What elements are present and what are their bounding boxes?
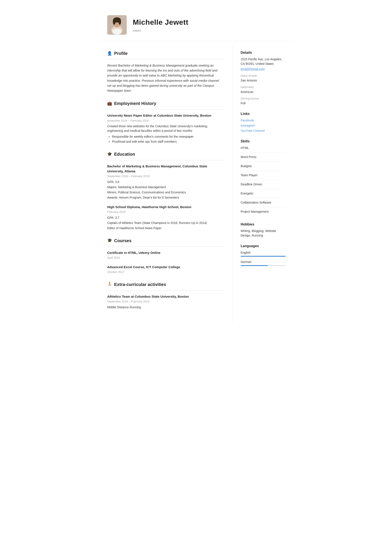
details-address: 1515 Pacific Ave, Los Angeles, CA 90291,… [241,57,286,66]
profile-section: 👤 Profile Recent Bachelor of Marketing &… [107,50,224,93]
profile-text: Recent Bachelor of Marketing & Business … [107,63,224,93]
employment-entry-0-desc: Created three new websites for the Colum… [107,124,224,133]
link-instagram[interactable]: Instragram [241,123,286,128]
extracurricular-entry-0-activity: Middle Distance Running [107,305,224,310]
links-section: Links Facebook Instragram YouTube Channe… [241,111,286,133]
language-german-name: German [241,260,286,264]
hobbies-section-title: Hobbies [241,222,286,227]
skill-budgets: Budgets [241,164,286,171]
svg-point-6 [112,29,122,35]
driving-license-value: Full [241,101,286,106]
education-entry-0-awards: Awards: Honors Program, Dean's list for … [107,195,224,200]
place-of-birth-label: Place of birth [241,74,286,78]
skill-energetic: Energetic [241,191,286,198]
employment-section-header: 💼 Employment History [107,100,224,107]
language-english-name: English [241,250,286,255]
extracurricular-entry-0-date: September 2016 – February 2019 [107,299,224,304]
header-title: Intern [133,28,188,33]
course-entry-1-title: Advanced Excel Course, ICT Computer Coll… [107,265,224,270]
left-column: 👤 Profile Recent Bachelor of Marketing &… [99,44,233,325]
avatar [107,15,127,35]
hobbies-text: Writing, Blogging, Website Design, Runni… [241,229,286,238]
extracurricular-section-header: 🏃 Extra-curricular activities [107,281,224,288]
courses-section: 🎓 Courses Certificate in HTML, Udemy Onl… [107,237,224,274]
course-entry-0-date: April 2018 [107,256,224,260]
extracurricular-entry-0-title: Athletics Team at Columbus State Univers… [107,294,224,299]
course-entry-1: Advanced Excel Course, ICT Computer Coll… [107,265,224,274]
skills-section-title: Skills [241,139,286,144]
employment-entry-0-bullets: Responsible for weekly editor's comments… [112,134,224,144]
details-section-title: Details [241,50,286,55]
education-entry-0-minors: Minors: Political Science, Communication… [107,190,224,195]
courses-divider [107,247,224,247]
education-entry-1-captain: Captain of Athletics Team (State Champio… [107,221,224,225]
nationality-label: Nationality [241,85,286,89]
languages-section: Languages English German [241,243,286,266]
education-entry-1-gpa: GPA: 3.7 [107,215,224,220]
employment-icon: 💼 [107,101,112,106]
skill-project-management: Project Management [241,209,286,216]
language-english: English [241,250,286,257]
skill-html: HTML [241,146,286,153]
bullet-item: Proofread and edit write ups from staff … [112,139,224,144]
education-entry-1-title: High School Diploma, Hawthorne High Scho… [107,205,224,210]
extracurricular-entry-0: Athletics Team at Columbus State Univers… [107,294,224,310]
courses-section-header: 🎓 Courses [107,237,224,244]
nationality-value: American [241,90,286,94]
language-english-bar-bg [241,256,286,257]
header: Michelle Jewett Intern [99,9,293,41]
education-entry-0-date: September 2016 – February 2019 [107,174,224,178]
education-entry-0-title: Bachelor of Marketing & Business Managem… [107,164,224,174]
employment-section-title: Employment History [114,100,156,107]
skill-wordpress: Word Press [241,155,286,162]
details-email[interactable]: email@email.com [241,67,265,71]
profile-section-title: Profile [114,50,128,57]
header-text: Michelle Jewett Intern [133,17,188,33]
profile-icon: 👤 [107,51,112,56]
languages-section-title: Languages [241,243,286,249]
education-entry-1: High School Diploma, Hawthorne High Scho… [107,205,224,230]
skill-deadline-driven: Deadline Driven [241,182,286,189]
employment-section: 💼 Employment History University News Pap… [107,100,224,144]
language-german-bar-fill [241,265,268,266]
education-section-title: Education [114,151,135,157]
extracurricular-divider [107,290,224,291]
svg-point-5 [118,19,121,25]
profile-section-header: 👤 Profile [107,50,224,57]
language-german: German [241,260,286,266]
employment-divider [107,109,224,110]
courses-icon: 🎓 [107,238,112,243]
courses-section-title: Courses [114,237,131,244]
education-entry-0-gpa: GPA: 3.6 [107,180,224,184]
hobbies-section: Hobbies Writing, Blogging, Website Desig… [241,222,286,238]
skill-team-player: Team Player [241,173,286,180]
skill-collaboration: Collaboration Software [241,200,286,207]
employment-entry-0: University News Paper Editor at Columbus… [107,113,224,144]
skills-section: Skills HTML Word Press Budgets Team Play… [241,139,286,216]
extracurricular-section-title: Extra-curricular activities [114,281,166,288]
education-entry-1-editor: Editor of Hawthorne School News Paper [107,226,224,230]
education-entry-0: Bachelor of Marketing & Business Managem… [107,164,224,200]
extracurricular-icon: 🏃 [107,281,112,287]
resume-page: Michelle Jewett Intern 👤 Profile Recent … [99,0,293,338]
body: 👤 Profile Recent Bachelor of Marketing &… [99,44,293,325]
extracurricular-section: 🏃 Extra-curricular activities Athletics … [107,281,224,310]
language-english-bar-fill [241,256,286,257]
course-entry-0: Certificate in HTML, Udemy Online April … [107,250,224,260]
education-section: 🎓 Education Bachelor of Marketing & Busi… [107,151,224,230]
link-youtube[interactable]: YouTube Channel [241,129,286,133]
links-section-title: Links [241,111,286,117]
svg-point-4 [113,19,115,25]
header-name: Michelle Jewett [133,17,188,28]
education-icon: 🎓 [107,151,112,157]
link-facebook[interactable]: Facebook [241,118,286,123]
education-entry-0-majors: Majors: Marketing & Business Management [107,185,224,190]
language-german-bar-bg [241,265,286,266]
education-entry-1-date: February 2016 [107,210,224,214]
education-section-header: 🎓 Education [107,151,224,157]
bullet-item: Responsible for weekly editor's comments… [112,134,224,139]
course-entry-1-date: October 2017 [107,270,224,274]
details-section: Details 1515 Pacific Ave, Los Angeles, C… [241,50,286,106]
course-entry-0-title: Certificate in HTML, Udemy Online [107,250,224,256]
driving-license-label: Driving license [241,96,286,101]
